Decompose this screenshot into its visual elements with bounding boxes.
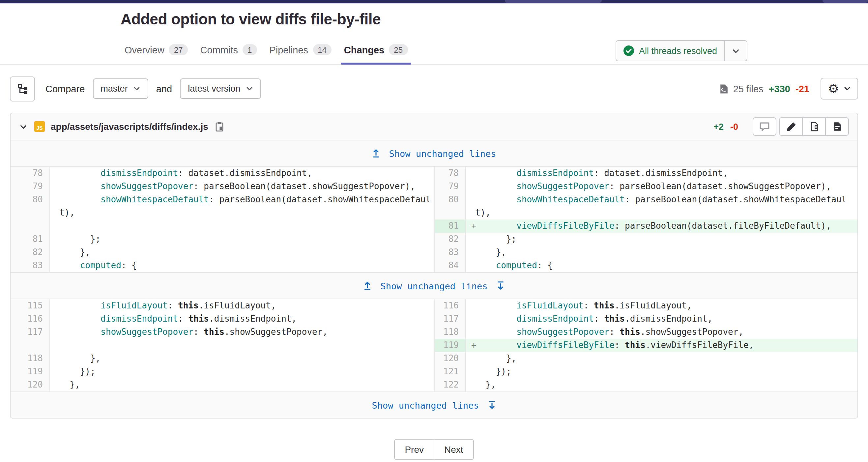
diff-settings-dropdown[interactable]: ⚙ bbox=[820, 78, 858, 100]
chevron-down-icon bbox=[844, 85, 851, 93]
file-path[interactable]: app/assets/javascripts/diffs/index.js bbox=[51, 122, 208, 132]
new-line-number[interactable]: 120 bbox=[434, 352, 466, 365]
copy-path-button[interactable] bbox=[215, 122, 224, 132]
javascript-file-icon: JS bbox=[34, 122, 45, 132]
new-line-number[interactable]: 117 bbox=[434, 313, 466, 326]
new-code-line: }, bbox=[466, 246, 858, 259]
file-actions-group bbox=[779, 118, 849, 136]
old-line-number[interactable]: 119 bbox=[10, 365, 50, 379]
show-unchanged-lines-link[interactable]: Show unchanged lines bbox=[372, 148, 496, 159]
chevron-down-icon bbox=[133, 85, 141, 93]
old-line-number[interactable]: 79 bbox=[10, 180, 50, 193]
old-line-number[interactable]: 115 bbox=[10, 300, 50, 313]
diff-row: 119 });121 }); bbox=[10, 365, 858, 379]
unchanged-lines-expander-row: Show unchanged lines bbox=[10, 141, 858, 167]
new-line-number[interactable]: 83 bbox=[434, 246, 466, 259]
new-code-line: }, bbox=[466, 379, 858, 392]
tab-commits[interactable]: Commits 1 bbox=[200, 39, 257, 64]
new-code-line: showWhitespaceDefault: parseBoolean(data… bbox=[466, 193, 858, 220]
tab-label: Changes bbox=[344, 44, 384, 55]
show-unchanged-lines-link[interactable]: Show unchanged lines bbox=[372, 400, 496, 410]
next-file-button[interactable]: Next bbox=[434, 439, 474, 460]
old-line-number[interactable]: 118 bbox=[10, 352, 50, 365]
target-version-dropdown[interactable]: latest version bbox=[180, 79, 261, 99]
old-code-line: showWhitespaceDefault: parseBoolean(data… bbox=[50, 193, 434, 220]
diff-row: 115 isFluidLayout: this.isFluidLayout,11… bbox=[10, 300, 858, 313]
diff-row: 118 },120 }, bbox=[10, 352, 858, 365]
threads-resolved-label: All threads resolved bbox=[639, 46, 717, 56]
new-code-line: isFluidLayout: this.isFluidLayout, bbox=[466, 300, 858, 313]
topbar-right-edge bbox=[823, 0, 868, 3]
new-code-line: showSuggestPopover: this.showSuggestPopo… bbox=[466, 326, 858, 339]
file-deletions-count: -0 bbox=[730, 122, 738, 132]
tab-label: Commits bbox=[200, 44, 238, 55]
show-unchanged-lines-label: Show unchanged lines bbox=[389, 148, 496, 159]
new-code-line: dismissEndpoint: dataset.dismissEndpoint… bbox=[466, 167, 858, 180]
old-line-number[interactable]: 81 bbox=[10, 233, 50, 246]
old-line-number[interactable]: 78 bbox=[10, 167, 50, 180]
diff-row: 78 dismissEndpoint: dataset.dismissEndpo… bbox=[10, 167, 858, 180]
diff-row: 116 dismissEndpoint: this.dismissEndpoin… bbox=[10, 313, 858, 326]
new-line-number[interactable]: 122 bbox=[434, 379, 466, 392]
expand-up-icon bbox=[363, 281, 372, 291]
old-line-number[interactable]: 83 bbox=[10, 259, 50, 273]
new-code-line: }); bbox=[466, 365, 858, 379]
new-line-number[interactable]: 81 bbox=[434, 220, 466, 233]
threads-dropdown-toggle[interactable] bbox=[724, 41, 747, 61]
merge-request-changes-page: Added option to view diffs file-by-file … bbox=[0, 0, 868, 462]
added-line-marker: + bbox=[471, 220, 476, 233]
show-unchanged-lines-link[interactable]: Show unchanged lines bbox=[363, 281, 504, 291]
additions-count: +330 bbox=[769, 84, 790, 94]
chevron-down-icon bbox=[732, 47, 740, 55]
new-line-number[interactable]: 84 bbox=[434, 259, 466, 273]
mr-header: Added option to view diffs file-by-file bbox=[0, 4, 868, 28]
new-line-number[interactable]: 121 bbox=[434, 365, 466, 379]
old-code-line: }, bbox=[50, 352, 434, 365]
files-changed-stat: 25 files bbox=[719, 84, 764, 94]
old-line-number[interactable]: 116 bbox=[10, 313, 50, 326]
check-circle-icon bbox=[624, 45, 634, 56]
file-swap-icon bbox=[809, 122, 819, 132]
old-code-line: }, bbox=[50, 246, 434, 259]
old-code-line: showSuggestPopover: parseBoolean(dataset… bbox=[50, 180, 434, 193]
new-line-number[interactable]: 78 bbox=[434, 167, 466, 180]
old-line-number[interactable]: 82 bbox=[10, 246, 50, 259]
tab-label: Pipelines bbox=[269, 44, 308, 55]
old-code-line: dismissEndpoint: dataset.dismissEndpoint… bbox=[50, 167, 434, 180]
diff-row: 79 showSuggestPopover: parseBoolean(data… bbox=[10, 180, 858, 193]
show-unchanged-lines-label: Show unchanged lines bbox=[380, 281, 487, 291]
tab-pipelines[interactable]: Pipelines 14 bbox=[269, 39, 331, 64]
new-code-line: computed: { bbox=[466, 259, 858, 273]
conjunction-label: and bbox=[156, 84, 172, 94]
collapse-file-button[interactable] bbox=[19, 123, 28, 131]
old-line-number[interactable]: 80 bbox=[10, 193, 50, 220]
old-code-line: }; bbox=[50, 233, 434, 246]
source-branch-dropdown[interactable]: master bbox=[93, 79, 148, 99]
new-code-line: + viewDiffsFileByFile: parseBoolean(data… bbox=[466, 220, 858, 233]
toggle-comments-button[interactable] bbox=[753, 118, 776, 136]
new-line-number[interactable]: 82 bbox=[434, 233, 466, 246]
compare-versions-button[interactable] bbox=[802, 118, 826, 136]
old-code-line bbox=[50, 339, 434, 352]
new-line-number[interactable]: 119 bbox=[434, 339, 466, 352]
old-line-number[interactable]: 117 bbox=[10, 326, 50, 339]
old-line-number bbox=[10, 339, 50, 352]
file-tree-toggle-button[interactable] bbox=[10, 76, 35, 101]
diff-row: 80 showWhitespaceDefault: parseBoolean(d… bbox=[10, 193, 858, 220]
tab-overview[interactable]: Overview 27 bbox=[125, 39, 188, 64]
new-line-number[interactable]: 80 bbox=[434, 193, 466, 220]
all-threads-resolved-button[interactable]: All threads resolved bbox=[616, 40, 747, 61]
prev-file-button[interactable]: Prev bbox=[394, 439, 434, 460]
new-line-number[interactable]: 118 bbox=[434, 326, 466, 339]
target-version-label: latest version bbox=[188, 84, 240, 94]
topbar-search-edge bbox=[505, 0, 602, 3]
gear-icon: ⚙ bbox=[828, 83, 839, 95]
deletions-count: -21 bbox=[796, 84, 809, 94]
new-line-number[interactable]: 79 bbox=[434, 180, 466, 193]
view-file-button[interactable] bbox=[825, 118, 849, 136]
file-pager: Prev Next bbox=[0, 439, 868, 460]
edit-file-button[interactable] bbox=[779, 118, 803, 136]
old-line-number[interactable]: 120 bbox=[10, 379, 50, 392]
tab-changes[interactable]: Changes 25 bbox=[344, 39, 408, 64]
new-line-number[interactable]: 116 bbox=[434, 300, 466, 313]
